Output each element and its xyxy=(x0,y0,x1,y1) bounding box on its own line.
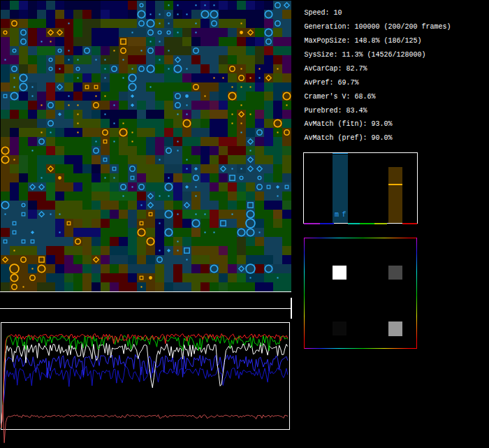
svg-text:AvPref: 69.7%: AvPref: 69.7% xyxy=(304,79,358,87)
svg-text:f: f xyxy=(342,211,346,219)
svg-text:SysSize: 11.3% (14526/128000): SysSize: 11.3% (14526/128000) xyxy=(304,51,425,59)
svg-text:m: m xyxy=(335,211,339,219)
svg-text:AvMatch (pref): 90.0%: AvMatch (pref): 90.0% xyxy=(304,134,392,142)
svg-text:MaxPopSize: 148.8% (186/125): MaxPopSize: 148.8% (186/125) xyxy=(304,37,421,45)
svg-text:AvMatch (fitn): 93.0%: AvMatch (fitn): 93.0% xyxy=(304,120,392,128)
svg-text:Generation: 100000 (200/200 fr: Generation: 100000 (200/200 frames) xyxy=(304,23,451,31)
svg-text:Cramer's V: 68.6%: Cramer's V: 68.6% xyxy=(304,93,375,101)
svg-text:AvCarCap: 82.7%: AvCarCap: 82.7% xyxy=(304,65,367,73)
svg-text:Speed: 10: Speed: 10 xyxy=(304,9,342,17)
svg-text:Purebred: 83.4%: Purebred: 83.4% xyxy=(304,107,367,115)
